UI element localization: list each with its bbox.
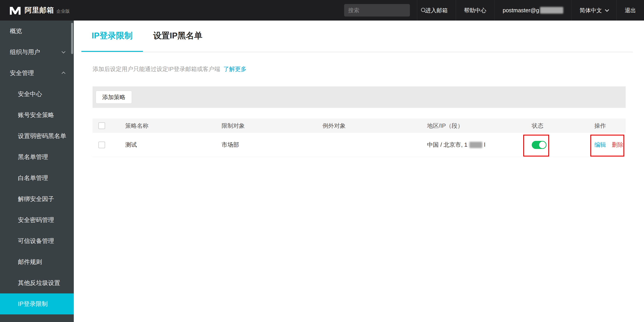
- main-content: IP登录限制 设置IP黑名单 添加后设定用户只能通过设定IP登录邮箱或客户端 了…: [74, 20, 644, 322]
- sidebar-item-blacklist-mgmt[interactable]: 黑名单管理: [0, 147, 74, 167]
- sidebar-item-label: 组织与用户: [10, 48, 40, 56]
- sidebar-item-label: 可信设备管理: [18, 237, 54, 245]
- table-toolbar: 添加策略: [92, 86, 626, 108]
- cell-status: [532, 141, 594, 149]
- tab-label: IP登录限制: [92, 30, 132, 41]
- tab-label: 设置IP黑名单: [153, 30, 202, 41]
- masked-ip-text: [469, 142, 482, 148]
- tab-ip-login-limit[interactable]: IP登录限制: [82, 20, 143, 52]
- enter-mail-label: 进入邮箱: [425, 7, 448, 14]
- sidebar-item-security-center[interactable]: 安全中心: [0, 84, 74, 105]
- logout-button[interactable]: 退出: [616, 0, 644, 20]
- sidebar-item-trusted-device-mgmt[interactable]: 可信设备管理: [0, 230, 74, 251]
- language-menu[interactable]: 简体中文: [571, 0, 616, 20]
- sidebar-item-label: 账号安全策略: [18, 111, 54, 119]
- sidebar-item-org-users[interactable]: 组织与用户: [0, 41, 74, 62]
- sidebar-item-label: 安全中心: [18, 90, 42, 98]
- description-text: 添加后设定用户只能通过设定IP登录邮箱或客户端: [92, 65, 220, 73]
- masked-account-text: [540, 7, 563, 14]
- search-box[interactable]: [344, 4, 410, 16]
- alimail-logo-icon: [9, 5, 22, 16]
- sidebar-item-label: 白名单管理: [18, 174, 48, 182]
- edit-link[interactable]: 编辑: [594, 141, 606, 149]
- sidebar-scrollbar[interactable]: [71, 23, 73, 54]
- cell-region-ip: 中国 / 北京市, 1 l: [427, 141, 532, 149]
- learn-more-link[interactable]: 了解更多: [224, 65, 247, 73]
- topbar: 阿里邮箱 企业版 进入邮箱 帮助中心 postmaster@g 简体中文 退出: [0, 0, 644, 20]
- page-description: 添加后设定用户只能通过设定IP登录邮箱或客户端 了解更多: [92, 65, 626, 73]
- sidebar-item-label: 安全密码管理: [18, 216, 54, 224]
- sidebar-item-label: 设置弱密码黑名单: [18, 132, 66, 140]
- account-menu[interactable]: postmaster@g: [494, 0, 571, 20]
- table-row: 测试 市场部 中国 / 北京市, 1 l 编辑 删除: [92, 133, 626, 157]
- sidebar-item-security-mgmt[interactable]: 安全管理: [0, 62, 74, 84]
- sidebar-item-ip-login-limit[interactable]: IP登录限制: [0, 293, 74, 315]
- add-policy-button[interactable]: 添加策略: [96, 91, 132, 104]
- sidebar-item-overview[interactable]: 概览: [0, 20, 74, 41]
- language-label: 简体中文: [580, 7, 602, 14]
- logout-label: 退出: [625, 7, 636, 14]
- sidebar: 概览 组织与用户 安全管理 安全中心 账号安全策略 设置弱密码黑名单 黑名单管理…: [0, 20, 74, 322]
- sidebar-item-label: 解绑安全因子: [18, 195, 54, 203]
- tab-bar: IP登录限制 设置IP黑名单: [82, 20, 633, 52]
- logo: 阿里邮箱 企业版: [0, 5, 70, 16]
- policy-table-card: 添加策略 策略名称 限制对象 例外对象 地区/IP（段） 状态 操作 测试 市场…: [92, 86, 626, 157]
- column-header-restricted-target: 限制对象: [222, 122, 322, 130]
- region-text-suffix: l: [484, 141, 486, 148]
- cell-policy-name: 测试: [125, 141, 222, 149]
- tab-ip-blacklist[interactable]: 设置IP黑名单: [143, 20, 213, 52]
- row-checkbox[interactable]: [98, 142, 105, 148]
- chevron-down-icon: [62, 50, 66, 53]
- logo-title: 阿里邮箱: [24, 5, 54, 15]
- sidebar-item-label: IP登录限制: [18, 300, 48, 308]
- sidebar-item-label: 概览: [10, 27, 22, 35]
- chevron-down-icon: [605, 7, 609, 12]
- sidebar-item-unbind-security-factor[interactable]: 解绑安全因子: [0, 188, 74, 209]
- column-header-actions: 操作: [594, 122, 626, 130]
- status-toggle[interactable]: [532, 141, 546, 149]
- sidebar-item-label: 黑名单管理: [18, 153, 48, 161]
- enter-mail-button[interactable]: 进入邮箱: [417, 0, 456, 20]
- sidebar-item-label: 邮件规则: [18, 258, 42, 266]
- logo-edition-badge: 企业版: [56, 8, 70, 14]
- sidebar-item-security-password-mgmt[interactable]: 安全密码管理: [0, 209, 74, 230]
- sidebar-item-mail-rules[interactable]: 邮件规则: [0, 251, 74, 272]
- column-header-policy-name: 策略名称: [125, 122, 222, 130]
- sidebar-item-label: 其他反垃圾设置: [18, 279, 60, 287]
- chevron-up-icon: [62, 72, 66, 75]
- column-header-region-ip: 地区/IP（段）: [427, 122, 532, 130]
- sidebar-item-other-antispam[interactable]: 其他反垃圾设置: [0, 272, 74, 293]
- help-center-label: 帮助中心: [464, 7, 486, 14]
- sidebar-item-weak-password-blacklist[interactable]: 设置弱密码黑名单: [0, 126, 74, 147]
- sidebar-item-account-security-policy[interactable]: 账号安全策略: [0, 105, 74, 126]
- help-center-button[interactable]: 帮助中心: [456, 0, 494, 20]
- table-gap: [92, 108, 626, 119]
- sidebar-item-label: 安全管理: [10, 69, 34, 77]
- account-label: postmaster@g: [503, 7, 539, 14]
- column-header-exception-target: 例外对象: [322, 122, 427, 130]
- toggle-knob: [539, 142, 546, 148]
- select-all-checkbox[interactable]: [98, 122, 105, 129]
- region-text: 中国 / 北京市, 1: [427, 141, 468, 149]
- cell-actions: 编辑 删除: [594, 141, 626, 149]
- table-header-row: 策略名称 限制对象 例外对象 地区/IP（段） 状态 操作: [92, 119, 626, 133]
- delete-link[interactable]: 删除: [612, 141, 624, 149]
- column-header-status: 状态: [532, 122, 594, 130]
- cell-restricted-target: 市场部: [222, 141, 322, 149]
- search-input[interactable]: [348, 7, 420, 14]
- sidebar-item-whitelist-mgmt[interactable]: 白名单管理: [0, 167, 74, 188]
